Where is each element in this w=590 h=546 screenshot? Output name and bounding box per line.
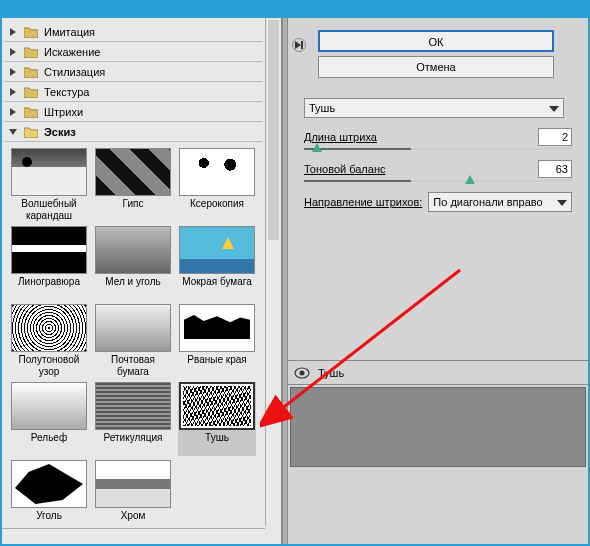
- thumb-ink[interactable]: Тушь: [178, 382, 256, 456]
- collapse-toggle-icon[interactable]: [292, 38, 306, 52]
- thumb-image: [11, 460, 87, 508]
- stroke-length-label: Длина штриха: [304, 131, 538, 143]
- svg-marker-0: [10, 28, 16, 36]
- thumb-image: [11, 148, 87, 196]
- thumb-image: [179, 148, 255, 196]
- thumb-charcoal[interactable]: Уголь: [10, 460, 88, 534]
- stroke-direction-label: Направление штрихов:: [304, 196, 422, 208]
- thumb-lino[interactable]: Линогравюра: [10, 226, 88, 300]
- svg-marker-4: [10, 108, 16, 116]
- cancel-button[interactable]: Отмена: [318, 56, 554, 78]
- svg-marker-2: [10, 68, 16, 76]
- thumb-xerox[interactable]: Ксерокопия: [178, 148, 256, 222]
- chevron-right-icon: [8, 107, 18, 117]
- svg-marker-9: [557, 200, 567, 206]
- folder-label: Стилизация: [44, 66, 105, 78]
- stroke-length-slider[interactable]: [304, 148, 572, 150]
- svg-marker-6: [295, 41, 301, 49]
- filter-gallery-pane: Имитация Искажение Стилизация Текстура: [2, 18, 282, 544]
- thumb-torn-edges[interactable]: Рваные края: [178, 304, 256, 378]
- effect-layers-panel: Тушь: [288, 360, 588, 469]
- folder-distort[interactable]: Искажение: [4, 42, 262, 62]
- layer-stack-area: [290, 387, 586, 467]
- folder-label: Текстура: [44, 86, 89, 98]
- horizontal-scrollbar[interactable]: [2, 528, 265, 544]
- tone-balance-slider[interactable]: [304, 180, 572, 182]
- stroke-direction-select[interactable]: По диагонали вправо: [428, 192, 572, 212]
- thumb-label: Мокрая бумага: [182, 276, 252, 300]
- chevron-down-icon: [549, 102, 559, 114]
- thumb-label: Ретикуляция: [104, 432, 163, 456]
- layer-row[interactable]: Тушь: [288, 361, 588, 385]
- vertical-scrollbar[interactable]: [265, 18, 281, 526]
- thumb-label: Рельеф: [31, 432, 67, 456]
- ok-button[interactable]: ОК: [318, 30, 554, 52]
- thumb-label: Мел и уголь: [105, 276, 160, 300]
- folder-sketch[interactable]: Эскиз: [4, 122, 262, 142]
- select-value: По диагонали вправо: [433, 196, 542, 208]
- folder-label: Штрихи: [44, 106, 83, 118]
- chevron-down-icon: [557, 196, 567, 208]
- folder-stylize[interactable]: Стилизация: [4, 62, 262, 82]
- slider-thumb-icon[interactable]: [312, 143, 322, 152]
- slider-thumb-icon[interactable]: [465, 175, 475, 184]
- folder-icon: [24, 26, 38, 38]
- thumb-image: [11, 304, 87, 352]
- thumb-image: [179, 226, 255, 274]
- thumb-chrome[interactable]: Хром: [94, 460, 172, 534]
- filter-type-select[interactable]: Тушь: [304, 98, 564, 118]
- thumb-label: Волшебный карандаш: [10, 198, 88, 222]
- thumb-label: Почтовая бумага: [94, 354, 172, 378]
- tone-balance-label: Тоновой баланс: [304, 163, 538, 175]
- thumb-image: [179, 304, 255, 352]
- folder-icon: [24, 66, 38, 78]
- folder-icon: [24, 106, 38, 118]
- eye-icon[interactable]: [294, 367, 310, 379]
- folder-icon: [24, 46, 38, 58]
- thumb-reticulation[interactable]: Ретикуляция: [94, 382, 172, 456]
- chevron-down-icon: [8, 127, 18, 137]
- filter-thumbnails: Волшебный карандаш Гипс Ксерокопия Линог…: [4, 142, 262, 540]
- thumb-label: Линогравюра: [18, 276, 80, 300]
- chevron-right-icon: [8, 67, 18, 77]
- thumb-image: [11, 226, 87, 274]
- thumb-wet-paper[interactable]: Мокрая бумага: [178, 226, 256, 300]
- chevron-right-icon: [8, 47, 18, 57]
- thumb-label: Ксерокопия: [190, 198, 244, 222]
- thumb-label: Рваные края: [187, 354, 246, 378]
- thumb-label: Полутоновой узор: [10, 354, 88, 378]
- svg-rect-7: [301, 41, 303, 49]
- layer-label: Тушь: [318, 367, 344, 379]
- svg-marker-5: [9, 129, 17, 135]
- folder-icon: [24, 86, 38, 98]
- stroke-length-input[interactable]: 2: [538, 128, 572, 146]
- svg-marker-8: [549, 106, 559, 112]
- thumb-image: [11, 382, 87, 430]
- thumb-magic-pencil[interactable]: Волшебный карандаш: [10, 148, 88, 222]
- select-value: Тушь: [309, 102, 335, 114]
- thumb-relief[interactable]: Рельеф: [10, 382, 88, 456]
- thumb-note-paper[interactable]: Почтовая бумага: [94, 304, 172, 378]
- thumb-image: [95, 382, 171, 430]
- folder-texture[interactable]: Текстура: [4, 82, 262, 102]
- thumb-plaster[interactable]: Гипс: [94, 148, 172, 222]
- folder-label: Имитация: [44, 26, 95, 38]
- thumb-image: [179, 382, 255, 430]
- thumb-halftone[interactable]: Полутоновой узор: [10, 304, 88, 378]
- tone-balance-input[interactable]: 63: [538, 160, 572, 178]
- chevron-right-icon: [8, 27, 18, 37]
- thumb-label: Гипс: [123, 198, 144, 222]
- thumb-image: [95, 226, 171, 274]
- folder-label: Эскиз: [44, 126, 76, 138]
- chevron-right-icon: [8, 87, 18, 97]
- thumb-image: [95, 460, 171, 508]
- svg-point-11: [300, 370, 305, 375]
- svg-marker-3: [10, 88, 16, 96]
- folder-brush-strokes[interactable]: Штрихи: [4, 102, 262, 122]
- window-titlebar: [0, 0, 590, 18]
- folder-label: Искажение: [44, 46, 100, 58]
- thumb-label: Тушь: [205, 432, 229, 456]
- folder-imitation[interactable]: Имитация: [4, 22, 262, 42]
- thumb-chalk[interactable]: Мел и уголь: [94, 226, 172, 300]
- thumb-image: [95, 304, 171, 352]
